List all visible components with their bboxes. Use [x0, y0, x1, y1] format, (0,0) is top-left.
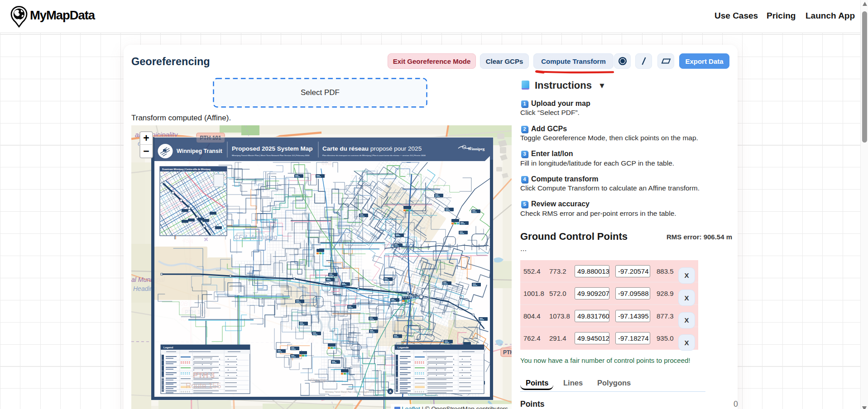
- svg-text:Winnipeg: Winnipeg: [468, 147, 485, 151]
- svg-text:PTH: PTH: [503, 349, 512, 356]
- svg-text:Winnipeg Transit Master Plan: Winnipeg Transit Master Plan | Short Ter…: [232, 154, 310, 157]
- svg-text:A: A: [389, 390, 391, 393]
- svg-text:Downtown Winnipeg | Centre-v: Downtown Winnipeg | Centre-ville de Winn…: [162, 168, 211, 171]
- svg-text:Route: Route: [310, 377, 326, 384]
- svg-text:Legend: Legend: [163, 346, 173, 349]
- svg-text:CFB Winnipeg: CFB Winnipeg: [234, 233, 278, 241]
- svg-text:WINNIPEG: WINNIPEG: [402, 293, 432, 300]
- svg-text:Proposed 2025 System Map: Proposed 2025 System Map: [232, 145, 313, 152]
- svg-text:Route 155: Route 155: [186, 381, 221, 390]
- svg-text:Plan directeur du transport en: Plan directeur du transport en commun de…: [322, 154, 426, 157]
- svg-text:Carte du réseau proposé pour 2: Carte du réseau proposé pour 2025: [322, 145, 422, 152]
- svg-text:PTH 101: PTH 101: [200, 135, 221, 141]
- svg-text:Légende: Légende: [398, 346, 409, 349]
- svg-text:Winnipeg Transit Master Plan |: Winnipeg Transit Master Plan | www.winni…: [325, 391, 384, 393]
- svg-text:Winnipeg Transit: Winnipeg Transit: [177, 148, 222, 154]
- svg-text:PTH 3: PTH 3: [193, 371, 215, 380]
